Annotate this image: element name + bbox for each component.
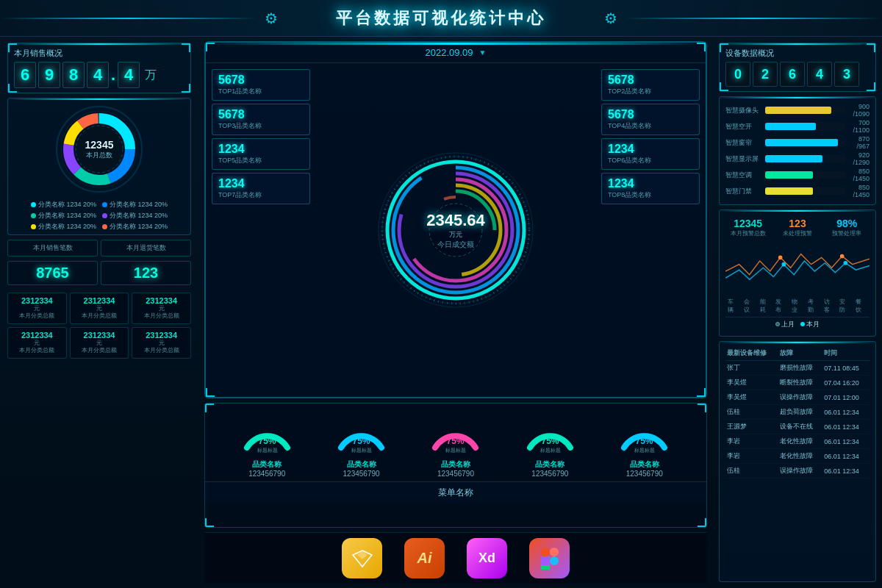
donut-center: 12345 本月总数 [85,139,114,160]
gauge-2: 75% 标题标题 品类名称 123456790 [330,411,392,478]
svg-rect-36 [541,556,550,565]
metric-top3[interactable]: 5678 TOP3品类名称 [212,104,310,135]
tab-vehicles[interactable]: 车辆 [725,296,742,315]
metric-top5[interactable]: 1234 TOP5品类名称 [212,138,310,170]
sales-count-val-box: 8765 [7,261,98,285]
center-sub: 万元 [426,230,485,240]
table-row: 李吴煜 误操作故障 07.01 12:00 [725,390,870,405]
main-container: ⚙ 平台数据可视化统计中心 ⚙ 本月销售概况 6 9 8 4 . 4 万 [0,0,882,588]
donut-chart: 12345 本月总数 [51,101,147,197]
digit-6: 6 [14,62,36,88]
svg-text:标题标题: 标题标题 [351,448,372,453]
tab-visitor[interactable]: 访客 [822,296,838,315]
legend-1: 分类名称 1234 20% [31,200,96,209]
svg-text:75%: 75% [258,436,276,446]
sales-count-label: 本月销售笔数 [12,243,93,253]
bar-curtain: 智慧窗帘 870 /967 [725,135,870,150]
gauge-5: 75% 标题标题 品类名称 123456790 [613,411,675,478]
donut-label: 本月总数 [85,151,114,160]
stat-unhandled: 123 未处理预警 [775,218,820,237]
dropdown-arrow-icon[interactable]: ▼ [479,49,487,57]
returns-count-val-box: 123 [101,261,191,285]
digit-dot: . [111,65,115,85]
donut-legend: 分类名称 1234 20% 分类名称 1234 20% 分类名称 1234 20… [31,200,168,232]
header: ⚙ 平台数据可视化统计中心 ⚙ [0,0,882,37]
bottom-icons-bar: Ai Xd [204,532,707,584]
ddigit-0: 0 [725,62,750,87]
svg-text:75%: 75% [353,436,370,446]
tab-energy[interactable]: 能耗 [758,296,774,315]
gauge-3: 75% 标题标题 品类名称 123456790 [424,411,487,478]
gear-icon-right: ⚙ [604,10,617,27]
sketch-icon[interactable] [342,538,382,578]
metric-top1[interactable]: 5678 TOP1品类名称 [212,69,310,101]
left-panel: 本月销售概况 6 9 8 4 . 4 万 [0,37,198,588]
legend-2: 分类名称 1234 20% [102,200,168,209]
digit-9: 9 [38,62,60,88]
xd-icon[interactable]: Xd [467,538,507,578]
svg-point-41 [782,262,786,267]
sales-count-value: 8765 [12,265,93,282]
metric-top8[interactable]: 1234 TOP8品类名称 [601,173,700,204]
tab-dining[interactable]: 餐饮 [853,296,870,315]
ddigit-4: 4 [807,62,832,87]
stat-handle-rate: 98% 预警处理率 [825,218,870,237]
ddigit-6: 6 [780,62,805,87]
sales-overview-box: 本月销售概况 6 9 8 4 . 4 万 [7,43,191,93]
metric-top2[interactable]: 5678 TOP2品类名称 [601,69,700,101]
device-bars-box: 智慧摄像头 900 /1090 智慧空开 700 /1100 智慧窗帘 870 … [719,96,876,205]
xd-label: Xd [478,551,495,566]
svg-rect-35 [550,548,559,556]
stat-total-warnings: 12345 本月预警总数 [725,218,770,237]
svg-text:75%: 75% [636,436,653,446]
metric-top7[interactable]: 1234 TOP7品类名称 [212,173,310,204]
table-row: 伍桂 超负荷故障 06.01 12:34 [725,405,870,420]
metrics-layout: 5678 TOP1品类名称 5678 TOP3品类名称 1234 TOP5品类名… [206,63,706,397]
svg-point-40 [840,254,845,259]
legend-3: 分类名称 1234 20% [31,211,96,220]
tab-meeting[interactable]: 会议 [742,296,758,315]
tab-publish[interactable]: 发布 [773,296,789,315]
header-line-left [0,18,257,19]
toggle-last-month[interactable]: 上月 [775,320,795,329]
legend-4: 分类名称 1234 20% [102,211,168,220]
svg-text:75%: 75% [541,436,559,446]
ddigit-3: 3 [834,62,859,87]
digit-unit: 万 [145,68,157,83]
body-row: 本月销售概况 6 9 8 4 . 4 万 [0,37,882,588]
svg-point-42 [844,261,848,265]
tab-property[interactable]: 物业 [789,296,806,315]
donut-chart-box: 12345 本月总数 分类名称 1234 20% 分类名称 1234 20% 分… [7,98,191,235]
tab-security[interactable]: 安防 [837,296,853,315]
returns-count-box: 本月退货笔数 [101,240,191,257]
device-fault-table: 最新设备维修 故障 时间 张丁 磨损性故障 07.11 08:45 李吴煜 [725,346,870,478]
wave-chart [725,240,870,292]
counts-row: 本月销售笔数 本月退货笔数 [7,240,191,257]
ai-icon[interactable]: Ai [404,538,445,578]
svg-text:标题标题: 标题标题 [634,448,655,453]
month-total-4: 2312334 元本月分类总额 [7,327,67,359]
center-big-num: 2345.64 [426,211,485,230]
center-bottom-box: 75% 标题标题 品类名称 123456790 75% 标题标题 [204,403,707,528]
month-total-2: 2312334 元本月分类总额 [70,293,129,324]
metric-top6[interactable]: 1234 TOP6品类名称 [601,138,700,170]
date-text: 2022.09.09 [426,47,473,58]
returns-count-value: 123 [106,265,186,282]
toggle-this-month[interactable]: 本月 [800,320,820,329]
col-time: 时间 [822,346,870,361]
metric-top4[interactable]: 5678 TOP4品类名称 [601,104,700,135]
tab-attendance[interactable]: 考勤 [806,296,822,315]
returns-count-label: 本月退货笔数 [106,243,186,253]
header-line-right [625,18,882,19]
right-panel: 设备数据概况 0 2 6 4 3 智慧摄像头 900 /1090 智慧空开 [713,37,882,588]
bar-ac: 智慧空调 850 /1450 [725,168,870,182]
svg-point-39 [778,256,783,260]
ai-label: Ai [417,550,432,567]
legend-6: 分类名称 1234 20% [102,222,168,232]
col-fault: 故障 [778,346,823,361]
month-total-6: 2312334 元本月分类总额 [132,327,191,359]
counts-values-row: 8765 123 [7,261,191,285]
gear-icon-left: ⚙ [265,10,278,27]
figma-icon[interactable] [529,538,570,578]
center-panel: 2022.09.09 ▼ 5678 TOP1品类名称 5678 TOP3品类名称 [198,37,713,588]
